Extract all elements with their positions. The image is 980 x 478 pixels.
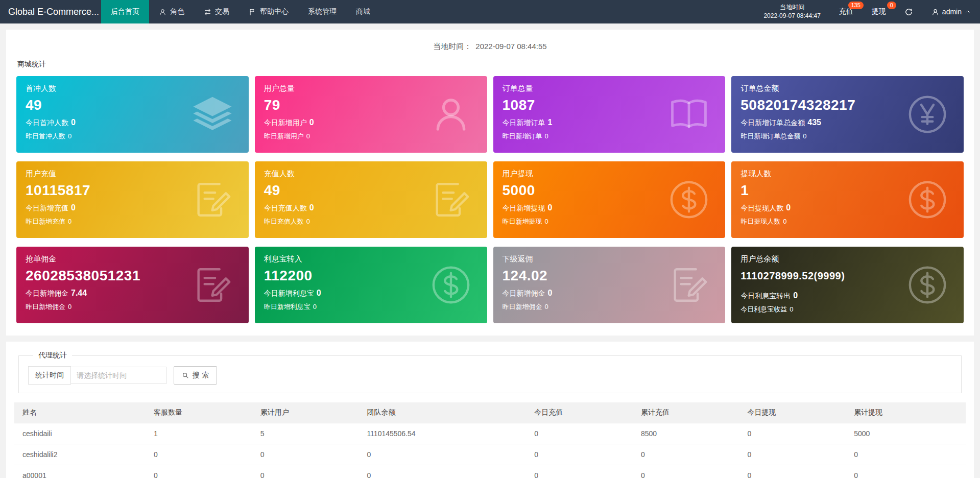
table-header-cell: 累计充值 (633, 402, 739, 423)
table-cell: 0 (252, 465, 359, 478)
nav-item-roles[interactable]: 角色 (149, 0, 194, 23)
stat-card-interest-transfer-in: 利息宝转入 112200 今日新增利息宝0 昨日新增利息宝0 (255, 247, 487, 323)
table-cell: 0 (633, 444, 739, 465)
edit-doc-icon (668, 264, 710, 306)
stat-line-value: 0 (803, 132, 806, 140)
local-time-value: 2022-09-07 08:44:47 (763, 12, 820, 20)
stat-line-label: 今日新增充值 (26, 204, 68, 212)
stat-card-title: 用户总量 (264, 84, 478, 93)
recharge-badge: 135 (848, 2, 864, 9)
stat-line-value: 0 (71, 118, 76, 127)
admin-menu[interactable]: admin (924, 0, 980, 23)
table-header-cell: 今日充值 (526, 402, 633, 423)
withdraw-button[interactable]: 提现 0 (865, 0, 897, 23)
stat-line-value: 0 (309, 118, 314, 127)
panel-time-label: 当地时间： (433, 42, 471, 51)
table-row: ceshidaili 1 5 1110145506.54 0 8500 0 50… (14, 423, 966, 444)
recharge-button[interactable]: 充值 135 (832, 0, 865, 23)
stat-line-value: 0 (793, 291, 798, 300)
table-row: a00001 0 0 0 0 0 0 0 (14, 465, 966, 478)
nav-item-label: 角色 (170, 7, 184, 16)
stat-card-order-total-amount: 订单总金额 50820174328217 今日新增订单总金额435 昨日新增订单… (731, 76, 964, 153)
stat-card-title: 订单总量 (503, 84, 716, 93)
stat-card-subordinate-rebate: 下级返佣 124.02 今日新增佣金0 昨日新增佣金0 (493, 247, 726, 323)
table-cell: ceshidaili (14, 423, 146, 444)
table-cell: ceshidalili2 (14, 444, 146, 465)
refresh-button[interactable] (897, 0, 924, 23)
stat-line-value: 435 (807, 118, 821, 127)
nav-item-label: 后台首页 (111, 7, 139, 16)
table-header-cell: 客服数量 (146, 402, 252, 423)
nav-item-system-management[interactable]: 系统管理 (298, 0, 346, 23)
section-title-mall-stats: 商城统计 (17, 60, 963, 69)
stat-card-title: 订单总金额 (740, 84, 954, 93)
table-cell: 0 (146, 465, 252, 478)
stat-line-value: 0 (68, 303, 71, 310)
stat-line-label: 今日新增提现 (503, 204, 545, 212)
stat-line-label: 今日充值人数 (264, 204, 307, 212)
nav-item-label: 商城 (356, 7, 370, 16)
stat-card-user-withdraw: 用户提现 5000 今日新增提现0 昨日新增提现0 (493, 161, 726, 238)
stat-line-label: 昨日充值人数 (264, 218, 304, 225)
agent-stats-panel: 代理统计 统计时间 搜 索 姓名 客服数量 累计用户 团队余额 今日充值 累计充… (6, 342, 974, 478)
stat-line-value: 0 (68, 218, 71, 225)
nav-item-help-center[interactable]: 帮助中心 (239, 0, 298, 23)
table-header-cell: 今日提现 (739, 402, 846, 423)
nav-item-transactions[interactable]: 交易 (194, 0, 239, 23)
table-header-row: 姓名 客服数量 累计用户 团队余额 今日充值 累计充值 今日提现 累计提现 (14, 402, 966, 423)
search-button-label: 搜 索 (193, 371, 209, 380)
table-cell: 5000 (846, 423, 966, 444)
top-navbar: Global E-Commerce... 后台首页 角色 交易 帮助中心 系统管… (0, 0, 980, 23)
stat-card-title: 首冲人数 (26, 84, 240, 93)
local-time-label: 当地时间 (763, 3, 820, 12)
stat-line-value: 0 (306, 218, 310, 225)
nav-item-dashboard[interactable]: 后台首页 (101, 0, 149, 23)
stat-line-value: 0 (548, 289, 553, 297)
navbar-local-time: 当地时间 2022-09-07 08:44:47 (752, 3, 831, 21)
stat-line-label: 昨日新增订单 (503, 132, 542, 140)
stat-line-label: 今日利息宝转出 (740, 292, 791, 300)
table-cell: 0 (739, 465, 846, 478)
edit-doc-icon (192, 264, 233, 306)
transactions-icon (204, 8, 211, 16)
stat-time-input[interactable] (70, 367, 166, 384)
stat-card-line: 今日利息宝收益0 (740, 305, 954, 314)
stat-line-value: 0 (71, 203, 76, 212)
search-button[interactable]: 搜 索 (174, 366, 217, 385)
table-header-cell: 累计提现 (846, 402, 966, 423)
table-header-cell: 团队余额 (358, 402, 526, 423)
main-nav: 后台首页 角色 交易 帮助中心 系统管理 商城 (101, 0, 380, 23)
table-cell: 0 (846, 444, 966, 465)
agent-filter-row: 统计时间 搜 索 (28, 366, 952, 385)
person-icon (159, 8, 166, 16)
stat-card-grid: 首冲人数 49 今日首冲人数0 昨日首冲人数0 用户总量 79 今日新增用户0 … (16, 76, 964, 323)
stat-line-label: 昨日首冲人数 (26, 132, 65, 140)
stat-line-label: 今日新增订单 (503, 118, 545, 127)
yen-circle-icon (906, 93, 948, 135)
book-icon (668, 93, 710, 135)
agent-stats-fieldset: 代理统计 统计时间 搜 索 (18, 351, 962, 393)
dollar-circle-icon (906, 264, 948, 306)
stat-card-withdraw-users: 提现人数 1 今日提现人数0 昨日提现人数0 (731, 161, 964, 238)
stat-card-user-recharge: 用户充值 10115817 今日新增充值0 昨日新增充值0 (16, 161, 249, 238)
table-cell: 0 (146, 444, 252, 465)
table-cell: 1110145506.54 (358, 423, 526, 444)
stat-card-first-recharge-users: 首冲人数 49 今日首冲人数0 昨日首冲人数0 (16, 76, 249, 153)
stat-card-recharge-users: 充值人数 49 今日充值人数0 昨日充值人数0 (255, 161, 487, 238)
stat-line-label: 今日新增订单总金额 (740, 118, 805, 127)
table-header-cell: 累计用户 (252, 402, 359, 423)
stat-line-label: 昨日新增用户 (264, 132, 304, 140)
stat-card-title: 充值人数 (264, 169, 478, 179)
table-cell: 0 (739, 423, 846, 444)
dollar-circle-icon (430, 264, 472, 306)
stat-line-label: 昨日新增利息宝 (264, 303, 310, 310)
nav-item-mall[interactable]: 商城 (346, 0, 380, 23)
stat-line-value: 0 (548, 203, 553, 212)
person-icon (430, 93, 472, 135)
chevron-up-icon (965, 9, 971, 15)
panel-time-value: 2022-09-07 08:44:55 (475, 42, 546, 51)
edit-doc-icon (430, 179, 472, 221)
stat-line-label: 昨日新增佣金 (503, 303, 542, 310)
agent-stats-legend: 代理统计 (33, 351, 72, 360)
table-cell: 0 (358, 465, 526, 478)
